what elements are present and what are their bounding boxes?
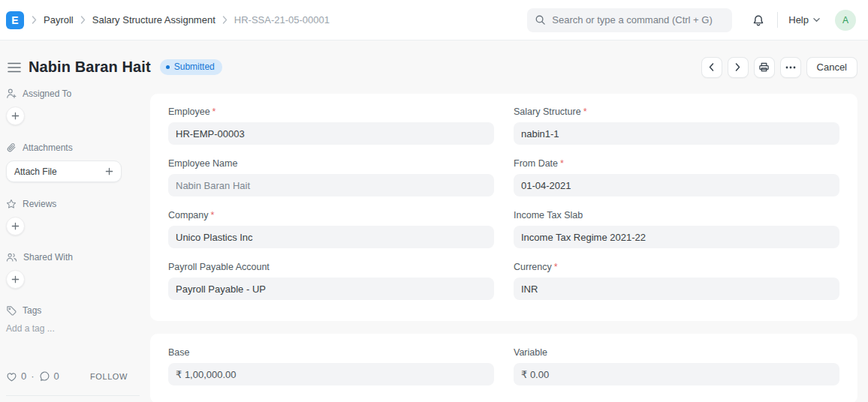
status-label: Submitted bbox=[174, 62, 215, 72]
currency-field-group: Currency* INR bbox=[514, 262, 839, 300]
chevron-down-icon bbox=[813, 17, 820, 22]
attach-file-label: Attach File bbox=[14, 166, 57, 177]
form-body: Employee* HR-EMP-00003 Employee Name Nab… bbox=[150, 86, 857, 402]
breadcrumb-separator-icon bbox=[222, 16, 228, 24]
form-sidebar: Assigned To Attachments Attach File bbox=[6, 86, 140, 402]
comment-icon bbox=[39, 371, 50, 382]
breadcrumb-salary-structure-assignment[interactable]: Salary Structure Assignment bbox=[92, 14, 215, 26]
document-counts: 0 · 0 FOLLOW bbox=[6, 370, 140, 382]
page-title: Nabin Baran Hait bbox=[29, 58, 151, 76]
sidebar-toggle-icon[interactable] bbox=[6, 59, 23, 76]
assigned-to-header: Assigned To bbox=[6, 88, 140, 99]
attach-file-button[interactable]: Attach File bbox=[6, 160, 122, 182]
notifications-bell-icon[interactable] bbox=[750, 12, 767, 28]
company-label: Company* bbox=[168, 210, 494, 220]
cancel-button[interactable]: Cancel bbox=[806, 57, 857, 78]
comments-count: 0 bbox=[54, 370, 59, 382]
tags-label: Tags bbox=[23, 305, 41, 316]
employee-label: Employee* bbox=[168, 106, 494, 117]
app-logo[interactable]: E bbox=[6, 11, 24, 29]
required-marker: * bbox=[583, 106, 587, 117]
assigned-to-label: Assigned To bbox=[23, 88, 71, 99]
attachments-label: Attachments bbox=[23, 142, 73, 153]
currency-label: Currency* bbox=[514, 262, 839, 272]
heart-icon bbox=[6, 371, 17, 382]
income-tax-slab-label: Income Tax Slab bbox=[514, 210, 839, 220]
status-dot bbox=[166, 65, 170, 69]
previous-document-button[interactable] bbox=[701, 57, 722, 78]
tag-icon bbox=[6, 305, 17, 316]
payroll-payable-account-label: Payroll Payable Account bbox=[168, 262, 494, 272]
counts-separator: · bbox=[31, 370, 34, 382]
currency-input[interactable]: INR bbox=[514, 278, 839, 300]
reviews-label: Reviews bbox=[23, 199, 56, 209]
payroll-payable-account-field-group: Payroll Payable Account Payroll Payable … bbox=[168, 262, 494, 300]
plus-icon bbox=[105, 167, 113, 176]
required-marker: * bbox=[212, 106, 216, 117]
user-plus-icon bbox=[6, 88, 17, 99]
status-badge: Submitted bbox=[160, 59, 222, 75]
global-search[interactable] bbox=[527, 8, 732, 32]
menu-ellipsis-button[interactable] bbox=[780, 57, 801, 78]
breadcrumb-payroll[interactable]: Payroll bbox=[44, 14, 74, 26]
shared-with-header: Shared With bbox=[6, 252, 140, 262]
salary-structure-label: Salary Structure* bbox=[514, 106, 839, 117]
user-avatar[interactable]: A bbox=[835, 10, 856, 31]
shared-with-label: Shared With bbox=[23, 252, 73, 262]
variable-input[interactable]: ₹ 0.00 bbox=[514, 363, 839, 386]
add-assignment-button[interactable] bbox=[6, 106, 25, 125]
follow-button[interactable]: FOLLOW bbox=[90, 372, 128, 381]
form-column-left: Employee* HR-EMP-00003 Employee Name Nab… bbox=[168, 106, 494, 300]
attachments-section: Attachments Attach File bbox=[6, 142, 140, 182]
company-input[interactable]: Unico Plastics Inc bbox=[168, 226, 494, 248]
print-button[interactable] bbox=[754, 57, 775, 78]
add-review-button[interactable] bbox=[6, 217, 25, 236]
base-input[interactable]: ₹ 1,00,000.00 bbox=[168, 363, 494, 386]
breadcrumb: Payroll Salary Structure Assignment HR-S… bbox=[32, 14, 330, 26]
reviews-header: Reviews bbox=[6, 199, 140, 209]
star-icon bbox=[6, 199, 17, 209]
breadcrumb-separator-icon bbox=[80, 16, 86, 24]
attachments-header: Attachments bbox=[6, 142, 140, 153]
company-field-group: Company* Unico Plastics Inc bbox=[168, 210, 494, 248]
employee-name-label: Employee Name bbox=[168, 158, 494, 169]
assigned-to-section: Assigned To bbox=[6, 88, 140, 125]
income-tax-slab-input[interactable]: Income Tax Regime 2021-22 bbox=[514, 226, 839, 248]
from-date-field-group: From Date* 01-04-2021 bbox=[514, 158, 839, 196]
salary-structure-input[interactable]: nabin1-1 bbox=[514, 122, 839, 145]
help-label: Help bbox=[788, 14, 809, 26]
variable-label: Variable bbox=[514, 347, 839, 358]
shared-with-section: Shared With bbox=[6, 252, 140, 289]
sidebar-footer: 0 · 0 FOLLOW bbox=[6, 370, 140, 402]
page-actions: Cancel bbox=[701, 57, 857, 78]
tags-section: Tags Add a tag ... bbox=[6, 305, 140, 334]
required-marker: * bbox=[211, 210, 215, 220]
comments-control[interactable]: 0 bbox=[39, 370, 59, 382]
add-tag-input[interactable]: Add a tag ... bbox=[6, 323, 140, 334]
next-document-button[interactable] bbox=[728, 57, 749, 78]
likes-count: 0 bbox=[21, 370, 26, 382]
like-control[interactable]: 0 bbox=[6, 370, 26, 382]
help-dropdown[interactable]: Help bbox=[788, 14, 820, 26]
employee-name-input[interactable]: Nabin Baran Hait bbox=[168, 174, 494, 196]
form-column-right: Salary Structure* nabin1-1 From Date* 01… bbox=[514, 106, 839, 300]
employee-input[interactable]: HR-EMP-00003 bbox=[168, 122, 494, 145]
base-field-group: Base ₹ 1,00,000.00 bbox=[168, 347, 494, 386]
employee-name-field-group: Employee Name Nabin Baran Hait bbox=[168, 158, 494, 196]
income-tax-slab-field-group: Income Tax Slab Income Tax Regime 2021-2… bbox=[514, 210, 839, 248]
page-head: Nabin Baran Hait Submitted Cancel bbox=[0, 40, 868, 86]
from-date-label: From Date* bbox=[514, 158, 839, 169]
users-icon bbox=[6, 252, 17, 262]
breadcrumb-current-doc: HR-SSA-21-05-00001 bbox=[234, 14, 330, 26]
salary-structure-field-group: Salary Structure* nabin1-1 bbox=[514, 106, 839, 145]
form-section-details: Employee* HR-EMP-00003 Employee Name Nab… bbox=[150, 94, 857, 321]
paperclip-icon bbox=[6, 142, 17, 153]
add-share-button[interactable] bbox=[6, 270, 25, 289]
sidebar-divider bbox=[6, 395, 140, 396]
from-date-input[interactable]: 01-04-2021 bbox=[514, 174, 839, 196]
navbar-divider bbox=[777, 12, 778, 28]
required-marker: * bbox=[554, 262, 558, 272]
search-input[interactable] bbox=[552, 14, 725, 26]
payroll-payable-account-input[interactable]: Payroll Payable - UP bbox=[168, 278, 494, 300]
required-marker: * bbox=[560, 158, 564, 169]
